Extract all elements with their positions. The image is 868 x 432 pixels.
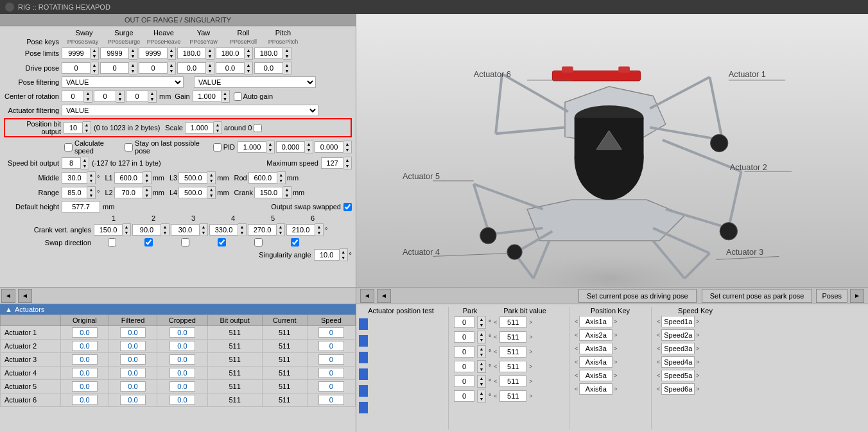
singularity-value[interactable] xyxy=(314,249,340,261)
cor-x[interactable] xyxy=(62,91,84,102)
park-more-1[interactable]: > xyxy=(529,319,532,325)
speed-key-more-3[interactable]: > xyxy=(696,345,699,352)
max-speed-down[interactable]: ▼ xyxy=(343,163,351,169)
l4-value[interactable] xyxy=(178,187,207,198)
pos-key-input-4[interactable] xyxy=(579,356,612,368)
cor-x-up[interactable]: ▲ xyxy=(84,91,92,96)
pos-key-less-3[interactable]: < xyxy=(575,345,578,352)
l3-up[interactable]: ▲ xyxy=(207,172,215,178)
drive-pose-heave[interactable] xyxy=(139,62,168,74)
drive-pose-pitch-down[interactable]: ▼ xyxy=(283,68,291,74)
crank-angle-1[interactable] xyxy=(94,224,123,236)
pose-limit-heave-down[interactable]: ▼ xyxy=(168,53,175,59)
speed-key-less-6[interactable]: < xyxy=(657,386,660,392)
pid-checkbox[interactable] xyxy=(213,143,221,151)
set-driving-pose-btn[interactable]: Set current pose as driving pose xyxy=(578,289,697,303)
range-value[interactable] xyxy=(62,187,87,198)
max-speed-value[interactable] xyxy=(321,157,343,169)
pose-limit-surge-down[interactable]: ▼ xyxy=(129,53,137,59)
pid-d[interactable] xyxy=(315,141,343,153)
pose-limit-yaw-down[interactable]: ▼ xyxy=(206,53,214,59)
speed-key-more-5[interactable]: > xyxy=(696,372,699,379)
pose-limit-roll-down[interactable]: ▼ xyxy=(245,53,252,59)
pos-key-input-2[interactable] xyxy=(579,329,612,341)
park-more-3[interactable]: > xyxy=(529,349,532,355)
park-val-2[interactable] xyxy=(454,331,474,343)
park-val-3[interactable] xyxy=(454,346,474,358)
crank-angle-5[interactable] xyxy=(248,224,277,236)
cor-z-up[interactable]: ▲ xyxy=(148,91,156,96)
middle-down[interactable]: ▼ xyxy=(87,178,95,184)
drive-pose-sway-up[interactable]: ▲ xyxy=(91,62,98,68)
pose-limit-yaw-up[interactable]: ▲ xyxy=(206,48,214,53)
middle-value[interactable] xyxy=(62,172,87,184)
pose-limit-roll-up[interactable]: ▲ xyxy=(245,48,252,53)
pos-key-more-5[interactable]: > xyxy=(614,372,617,379)
l4-up[interactable]: ▲ xyxy=(207,187,215,193)
pos-key-less-5[interactable]: < xyxy=(575,372,578,379)
pose-limit-pitch-up[interactable]: ▲ xyxy=(283,48,291,53)
park-more-4[interactable]: > xyxy=(529,363,532,370)
drive-pose-surge-up[interactable]: ▲ xyxy=(129,62,137,68)
pose-limit-surge[interactable] xyxy=(100,48,129,59)
l3-value[interactable] xyxy=(178,172,207,184)
crank-angle-4[interactable] xyxy=(209,224,238,236)
pos-key-less-2[interactable]: < xyxy=(575,332,578,338)
nav-left1[interactable]: ◄ xyxy=(1,289,15,303)
around-checkbox[interactable] xyxy=(254,124,262,132)
speed-key-more-4[interactable]: > xyxy=(696,359,699,365)
park-less-6[interactable]: < xyxy=(494,393,497,399)
pid-i-up[interactable]: ▲ xyxy=(305,141,313,147)
stay-checkbox[interactable] xyxy=(125,143,133,151)
park-less-1[interactable]: < xyxy=(494,319,497,325)
singularity-up[interactable]: ▲ xyxy=(340,249,347,255)
speed-key-input-2[interactable] xyxy=(661,329,695,341)
pose-limit-sway[interactable] xyxy=(62,48,91,59)
pose-limit-yaw[interactable] xyxy=(177,48,206,59)
park-less-5[interactable]: < xyxy=(494,378,497,384)
l2-up[interactable]: ▲ xyxy=(143,187,151,193)
speed-key-less-2[interactable]: < xyxy=(657,332,660,338)
l1-value[interactable] xyxy=(114,172,143,184)
pose-limit-pitch[interactable] xyxy=(254,48,283,59)
l2-down[interactable]: ▼ xyxy=(143,193,151,198)
speed-key-less-4[interactable]: < xyxy=(657,359,660,365)
pos-key-more-6[interactable]: > xyxy=(614,386,617,392)
park-val-4[interactable] xyxy=(454,361,474,372)
pos-key-more-2[interactable]: > xyxy=(614,332,617,338)
drive-pose-sway[interactable] xyxy=(62,62,91,74)
pos-bit-up[interactable]: ▲ xyxy=(83,122,91,128)
swap-dir-4[interactable] xyxy=(218,238,226,246)
cor-y-up[interactable]: ▲ xyxy=(116,91,124,96)
park-less-4[interactable]: < xyxy=(494,363,497,370)
act-filtering-select[interactable]: VALUE xyxy=(62,105,318,116)
scale-down[interactable]: ▼ xyxy=(214,128,221,134)
auto-gain-checkbox[interactable] xyxy=(234,92,242,101)
cor-z-down[interactable]: ▼ xyxy=(148,96,156,102)
pid-p-down[interactable]: ▼ xyxy=(266,147,274,153)
drive-pose-sway-down[interactable]: ▼ xyxy=(91,68,98,74)
l3-down[interactable]: ▼ xyxy=(207,178,215,184)
pos-key-more-3[interactable]: > xyxy=(614,345,617,352)
pose-limit-heave-up[interactable]: ▲ xyxy=(168,48,175,53)
park-val-6[interactable] xyxy=(454,390,474,402)
pose-limit-roll[interactable] xyxy=(216,48,245,59)
cor-x-down[interactable]: ▼ xyxy=(84,96,92,102)
pos-key-less-1[interactable]: < xyxy=(575,318,578,325)
park-less-3[interactable]: < xyxy=(494,349,497,355)
speed-key-input-3[interactable] xyxy=(661,343,695,354)
speed-key-more-2[interactable]: > xyxy=(696,332,699,338)
speed-key-less-1[interactable]: < xyxy=(657,318,660,325)
l1-down[interactable]: ▼ xyxy=(143,178,151,184)
crank-angle-2[interactable] xyxy=(132,224,161,236)
max-speed-up[interactable]: ▲ xyxy=(343,157,351,163)
gain-down[interactable]: ▼ xyxy=(221,96,229,102)
drive-pose-yaw[interactable] xyxy=(177,62,206,74)
speed-key-input-6[interactable] xyxy=(661,383,695,395)
park-more-6[interactable]: > xyxy=(529,393,532,399)
pos-key-less-4[interactable]: < xyxy=(575,359,578,365)
swap-dir-3[interactable] xyxy=(181,238,189,246)
drive-pose-yaw-down[interactable]: ▼ xyxy=(206,68,214,74)
pose-filtering-select2[interactable]: VALUE xyxy=(194,76,316,88)
swap-dir-1[interactable] xyxy=(108,238,116,246)
